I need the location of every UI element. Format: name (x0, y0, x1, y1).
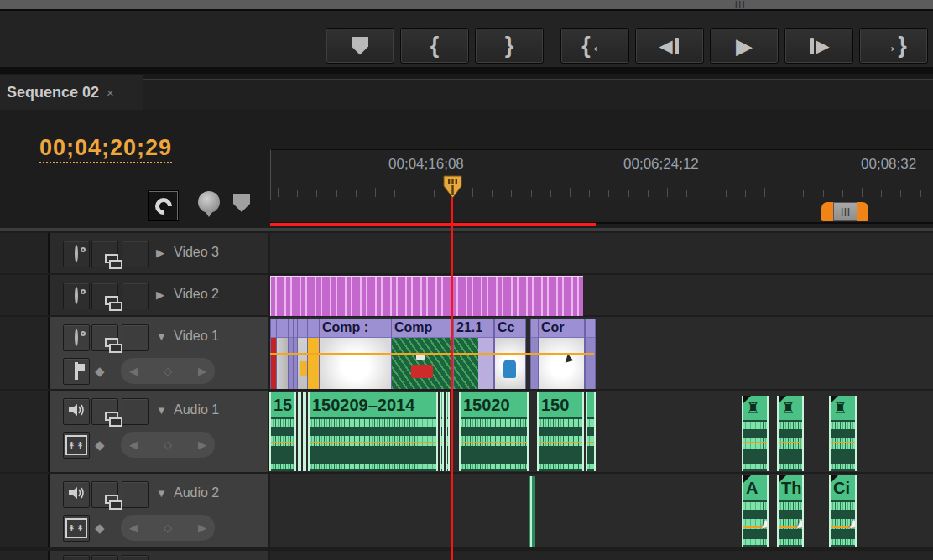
clip-audio[interactable]: 15 (269, 392, 296, 471)
sync-lock-button[interactable] (91, 481, 118, 508)
audio-volume-rubber-band[interactable] (461, 442, 527, 443)
track-header-video3[interactable]: ▶Video 3 (0, 233, 268, 273)
audio-volume-rubber-band[interactable] (271, 442, 294, 443)
track-header-audio2[interactable]: ▼Audio 2↟↟◆◀◇▶ (0, 474, 268, 547)
clip-audio[interactable] (298, 392, 301, 471)
marker-icon (233, 194, 250, 212)
sync-lock-button[interactable] (91, 241, 118, 267)
clip-label: 1 (447, 392, 450, 417)
audio-volume-rubber-band[interactable] (587, 442, 594, 443)
audio-volume-rubber-band[interactable] (441, 442, 442, 443)
track-header-video1[interactable]: ▼Video 1◆◀◇▶ (0, 317, 268, 389)
clip-audio[interactable]: 150209–2014 (308, 392, 438, 471)
clip-audio[interactable]: A (742, 475, 769, 547)
track-lock-button[interactable] (122, 481, 149, 508)
audio-volume-rubber-band[interactable] (310, 442, 436, 443)
panel-grip-icon[interactable]: ||| (735, 0, 747, 8)
set-marker-button[interactable] (233, 194, 250, 212)
button-go-to-out[interactable]: →} (859, 28, 928, 64)
work-area-right-handle[interactable] (857, 202, 868, 221)
next-keyframe-icon[interactable]: ▶ (198, 521, 206, 534)
clip-audio2-thin[interactable] (529, 476, 535, 547)
twirl-right-icon[interactable]: ▶ (156, 246, 164, 259)
add-keyframe-icon[interactable]: ◇ (164, 438, 172, 451)
work-area-zoom-grip[interactable]: ||| (833, 202, 858, 221)
work-area-bar[interactable]: ||| (270, 200, 933, 224)
clip-video2-stills[interactable] (270, 276, 583, 316)
audio-volume-rubber-band[interactable] (539, 442, 582, 443)
tab-sequence-02[interactable]: Sequence 02 × (0, 75, 143, 110)
track-header-left-column (0, 474, 50, 547)
display-style-button[interactable]: ↟↟ (63, 432, 90, 459)
twirl-down-icon[interactable]: ▼ (156, 330, 167, 343)
encore-chapter-marker-button[interactable] (198, 191, 220, 213)
keyframe-toggle-button[interactable]: ◆ (95, 364, 105, 379)
button-play[interactable]: ▶ (710, 28, 779, 64)
next-keyframe-icon[interactable]: ▶ (198, 365, 206, 377)
next-keyframe-icon[interactable]: ▶ (198, 438, 206, 451)
button-go-to-in[interactable]: {← (560, 28, 629, 64)
clip-audio[interactable] (586, 392, 596, 471)
audio-volume-rubber-band[interactable] (779, 442, 802, 443)
clip-audio[interactable]: 15020 (459, 392, 529, 471)
display-style-button[interactable] (63, 358, 90, 385)
snap-toggle-button[interactable] (149, 191, 178, 220)
panel-top-grip-bar[interactable]: ||| (0, 0, 933, 11)
keyframe-navigator[interactable]: ◀◇▶ (121, 432, 215, 458)
audio-volume-rubber-band[interactable] (743, 442, 767, 443)
waveform-band (271, 419, 294, 427)
keyframe-toggle-button[interactable]: ◆ (95, 521, 105, 536)
track-lock-button[interactable] (122, 241, 149, 267)
prev-keyframe-icon[interactable]: ◀ (129, 438, 138, 451)
playhead-cti-handle[interactable] (443, 175, 462, 202)
clip-audio[interactable] (303, 392, 306, 471)
keyframe-navigator[interactable]: ◀◇▶ (121, 515, 215, 541)
audio-volume-rubber-band[interactable] (447, 442, 448, 443)
clip-audio[interactable]: Ci (829, 475, 857, 547)
clip-audio[interactable]: ♜ (742, 396, 769, 471)
track-content-row-video3[interactable] (270, 233, 933, 273)
toggle-output-button[interactable] (63, 324, 90, 351)
track-lock-button[interactable] (122, 283, 149, 309)
prev-keyframe-icon[interactable]: ◀ (129, 521, 138, 534)
toggle-output-button[interactable] (63, 283, 90, 309)
clip-audio[interactable] (440, 392, 444, 471)
clip-audio[interactable]: ♜ (777, 396, 804, 471)
track-lock-button[interactable] (122, 324, 149, 351)
track-header-audio1[interactable]: ▼Audio 1↟↟◆◀◇▶ (0, 391, 268, 472)
button-step-forward[interactable]: ▶ (784, 28, 853, 64)
video1-opacity-rubber-band[interactable] (270, 353, 594, 355)
keyframe-navigator[interactable]: ◀◇▶ (121, 358, 215, 384)
ruler-tick (492, 190, 493, 197)
display-style-button[interactable]: ↟↟ (63, 515, 90, 542)
work-area-left-handle[interactable] (821, 202, 833, 221)
waveform-band (539, 464, 582, 469)
clip-audio[interactable]: 1 (446, 392, 450, 471)
sync-lock-button[interactable] (91, 398, 118, 425)
sync-lock-button[interactable] (91, 283, 118, 309)
audio-volume-rubber-band[interactable] (831, 442, 855, 443)
add-keyframe-icon[interactable]: ◇ (164, 521, 172, 534)
button-mark-out[interactable]: } (475, 28, 544, 64)
add-keyframe-icon[interactable]: ◇ (164, 365, 172, 377)
toggle-output-button[interactable] (63, 398, 90, 425)
time-ruler[interactable]: 00;04;16;0800;06;24;1200;08;32 (270, 149, 933, 201)
clip-audio[interactable]: 150 (537, 392, 584, 471)
twirl-down-icon[interactable]: ▼ (156, 487, 167, 500)
prev-keyframe-icon[interactable]: ◀ (129, 365, 138, 377)
twirl-down-icon[interactable]: ▼ (156, 404, 167, 417)
button-mark-in[interactable]: { (400, 28, 469, 64)
toggle-output-button[interactable] (63, 241, 90, 267)
button-step-back[interactable]: ◀ (635, 28, 704, 64)
keyframe-toggle-button[interactable]: ◆ (95, 438, 105, 453)
twirl-right-icon[interactable]: ▶ (156, 288, 164, 301)
sync-lock-button[interactable] (91, 324, 118, 351)
current-timecode[interactable]: 00;04;20;29 (39, 135, 172, 163)
track-lock-button[interactable] (122, 398, 149, 425)
track-header-video2[interactable]: ▶Video 2 (0, 275, 268, 315)
clip-audio[interactable]: ♜ (829, 396, 857, 471)
button-add-marker[interactable] (326, 28, 394, 64)
toggle-output-button[interactable] (63, 481, 90, 508)
tab-close-icon[interactable]: × (107, 86, 114, 100)
clip-audio[interactable]: Th (777, 475, 804, 547)
